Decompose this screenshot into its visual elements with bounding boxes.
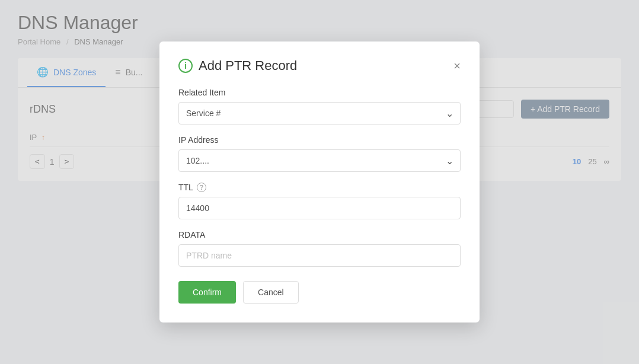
rdata-input[interactable] [178,244,461,267]
ttl-group: TTL ? [178,183,461,219]
ip-address-select-wrapper: 102.... ⌄ [178,149,461,172]
related-item-select-wrapper: Service # ⌄ [178,102,461,124]
modal-title-group: i Add PTR Record [178,58,297,74]
add-ptr-record-modal: i Add PTR Record × Related Item Service … [159,41,480,323]
cancel-button[interactable]: Cancel [243,281,299,304]
ttl-label: TTL ? [178,183,461,192]
related-item-select[interactable]: Service # [178,102,461,124]
modal-overlay: i Add PTR Record × Related Item Service … [0,0,639,364]
ip-address-select[interactable]: 102.... [178,149,461,172]
modal-title: Add PTR Record [199,58,297,74]
ttl-input[interactable] [178,197,461,219]
ttl-help-icon[interactable]: ? [197,183,206,192]
modal-actions: Confirm Cancel [178,281,461,304]
modal-close-button[interactable]: × [453,60,461,72]
related-item-group: Related Item Service # ⌄ [178,88,461,124]
rdata-group: RDATA [178,230,461,267]
info-icon: i [178,59,193,73]
ip-address-group: IP Address 102.... ⌄ [178,135,461,172]
confirm-button[interactable]: Confirm [178,281,236,304]
related-item-label: Related Item [178,88,461,97]
ip-address-label: IP Address [178,135,461,145]
modal-header: i Add PTR Record × [178,58,461,74]
rdata-label: RDATA [178,230,461,240]
